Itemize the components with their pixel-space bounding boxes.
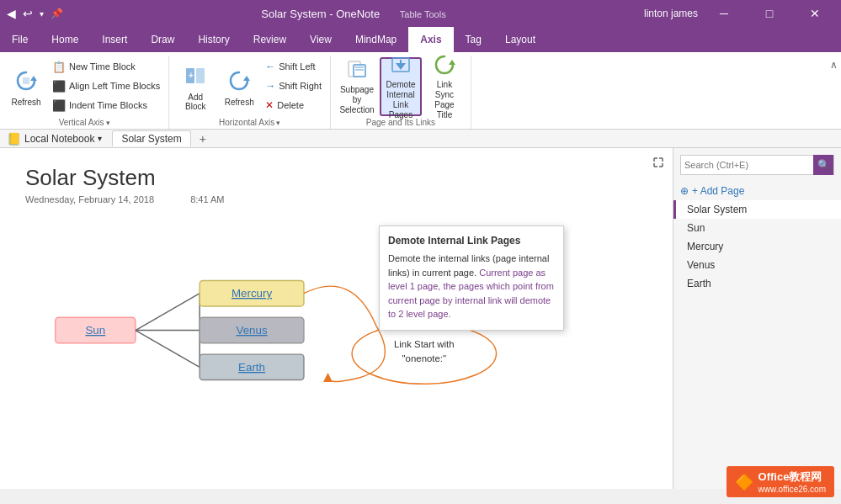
shift-right-button[interactable]: → Shift Right — [262, 77, 325, 95]
menu-insert[interactable]: Insert — [90, 27, 139, 52]
window-controls: linton james ─ □ ✕ — [644, 0, 834, 27]
close-button[interactable]: ✕ — [796, 0, 834, 27]
vertical-axis-label: Vertical Axis ▾ — [59, 116, 110, 130]
window-title: Solar System - OneNote Table Tools — [63, 8, 644, 20]
shift-right-icon: → — [265, 80, 275, 92]
svg-text:Mercury: Mercury — [232, 287, 272, 300]
svg-text:Earth: Earth — [238, 361, 265, 374]
watermark: 🔶 Office教程网 www.office26.com — [727, 466, 834, 497]
refresh-h-icon — [226, 67, 253, 94]
demote-internal-button[interactable]: Demote InternalLink Pages — [380, 57, 422, 116]
link-sync-button[interactable]: Link SyncPage Title — [423, 57, 466, 116]
svg-text:Venus: Venus — [237, 324, 268, 337]
svg-text:Link Start with: Link Start with — [394, 339, 455, 349]
tooltip-demote: Demote Internal Link Pages Demote the in… — [379, 225, 564, 331]
content-wrapper: 📒 Local Notebook ▾ Solar System + Solar … — [0, 130, 841, 489]
delete-button[interactable]: ✕ Delete — [262, 96, 325, 114]
add-page-button[interactable]: ⊕ + Add Page — [673, 182, 841, 200]
svg-marker-13 — [449, 60, 455, 65]
ribbon-group-page-links: Subpage bySelection Demote InternalLink … — [331, 56, 471, 129]
add-block-icon: + — [182, 62, 209, 89]
refresh-button[interactable]: Refresh — [5, 57, 47, 116]
search-button[interactable]: 🔍 — [813, 155, 833, 175]
page-links-label: Page and Its Links — [366, 116, 435, 130]
page-item-mercury[interactable]: Mercury — [673, 237, 841, 256]
svg-rect-1 — [23, 77, 29, 84]
demote-icon — [387, 53, 414, 77]
page-item-solar-system[interactable]: Solar System — [673, 200, 841, 219]
notebook-icon: 📒 — [7, 132, 21, 146]
ribbon-group-horizontal-axis: + Add Block Refresh ← Shift — [169, 56, 331, 129]
svg-text:"onenote:": "onenote:" — [402, 353, 447, 363]
page-item-sun[interactable]: Sun — [673, 219, 841, 237]
vertical-axis-col-buttons: 📋 New Time Block ⬛ Align Left Time Block… — [49, 57, 163, 114]
notebook-bar: 📒 Local Notebook ▾ Solar System + — [0, 130, 841, 148]
expand-icon[interactable] — [652, 157, 664, 171]
subpage-icon — [343, 58, 370, 82]
quick-access-dropdown[interactable]: ▾ — [40, 9, 44, 19]
svg-rect-7 — [354, 65, 365, 77]
menu-draw[interactable]: Draw — [139, 27, 186, 52]
tab-solar-system[interactable]: Solar System — [112, 130, 190, 146]
ribbon-group-vertical-axis: Refresh 📋 New Time Block ⬛ Align Left Ti… — [0, 56, 169, 129]
back-icon[interactable]: ◀ — [7, 7, 16, 20]
vertical-axis-expander[interactable]: ▾ — [106, 119, 110, 127]
maximize-button[interactable]: □ — [750, 0, 789, 27]
svg-marker-0 — [30, 76, 37, 81]
add-tab-button[interactable]: + — [194, 130, 211, 147]
menu-layout[interactable]: Layout — [493, 27, 547, 52]
watermark-logo: 🔶 — [735, 473, 753, 491]
menu-history[interactable]: History — [186, 27, 241, 52]
horizontal-axis-col-buttons: ← Shift Left → Shift Right ✕ Delete — [262, 57, 325, 114]
search-box: 🔍 — [680, 155, 834, 175]
minimize-button[interactable]: ─ — [705, 0, 743, 27]
shift-left-button[interactable]: ← Shift Left — [262, 57, 325, 76]
svg-rect-3 — [196, 68, 205, 83]
add-page-icon: ⊕ — [680, 185, 689, 197]
align-left-icon: ⬛ — [52, 80, 66, 93]
delete-icon: ✕ — [265, 99, 274, 111]
menu-mindmap[interactable]: MindMap — [343, 27, 408, 52]
new-time-block-icon: 📋 — [52, 61, 66, 73]
search-input[interactable] — [681, 160, 813, 170]
menu-view[interactable]: View — [298, 27, 343, 52]
menu-axis[interactable]: Axis — [408, 27, 453, 52]
menu-review[interactable]: Review — [242, 27, 298, 52]
vertical-axis-buttons: Refresh 📋 New Time Block ⬛ Align Left Ti… — [5, 56, 163, 116]
undo-icon[interactable]: ↩ — [23, 7, 33, 20]
refresh-icon — [13, 67, 40, 94]
refresh-h-button[interactable]: Refresh — [218, 57, 260, 116]
pin-icon[interactable]: 📌 — [51, 8, 63, 19]
page-date: Wednesday, February 14, 2018 8:41 AM — [25, 194, 647, 204]
title-bar: ◀ ↩ ▾ 📌 Solar System - OneNote Table Too… — [0, 0, 841, 27]
horizontal-axis-expander[interactable]: ▾ — [276, 119, 280, 127]
svg-marker-11 — [396, 63, 406, 70]
indent-time-button[interactable]: ⬛ Indent Time Blocks — [49, 96, 163, 114]
ribbon-collapse[interactable]: ∧ — [827, 56, 841, 129]
svg-line-16 — [136, 294, 200, 331]
page-item-earth[interactable]: Earth — [673, 274, 841, 293]
page-links-buttons: Subpage bySelection Demote InternalLink … — [336, 56, 466, 116]
menu-home[interactable]: Home — [40, 27, 90, 52]
sidebar: 🔍 ⊕ + Add Page Solar System Sun Mercury … — [673, 148, 841, 489]
page-item-venus[interactable]: Venus — [673, 256, 841, 274]
svg-text:Sun: Sun — [85, 324, 105, 337]
add-block-button[interactable]: + Add Block — [174, 57, 216, 116]
menu-file[interactable]: File — [0, 27, 40, 52]
page-title: Solar System — [25, 165, 647, 191]
tooltip-title: Demote Internal Link Pages — [388, 235, 555, 247]
align-left-button[interactable]: ⬛ Align Left Time Blocks — [49, 77, 163, 95]
horizontal-axis-buttons: + Add Block Refresh ← Shift — [174, 56, 325, 116]
notebook-label[interactable]: 📒 Local Notebook ▾ — [7, 132, 102, 146]
main-area: Solar System Wednesday, February 14, 201… — [0, 148, 841, 489]
indent-icon: ⬛ — [52, 99, 66, 112]
tooltip-body: Demote the internal links (page internal… — [388, 252, 555, 321]
new-time-block-button[interactable]: 📋 New Time Block — [49, 57, 163, 76]
svg-line-18 — [136, 331, 200, 368]
link-sync-icon — [431, 53, 458, 77]
menu-bar: File Home Insert Draw History Review Vie… — [0, 27, 841, 52]
ribbon: Refresh 📋 New Time Block ⬛ Align Left Ti… — [0, 52, 841, 130]
subpage-by-selection-button[interactable]: Subpage bySelection — [336, 57, 378, 116]
menu-tag[interactable]: Tag — [454, 27, 493, 52]
title-bar-controls: ◀ ↩ ▾ 📌 — [7, 7, 63, 20]
